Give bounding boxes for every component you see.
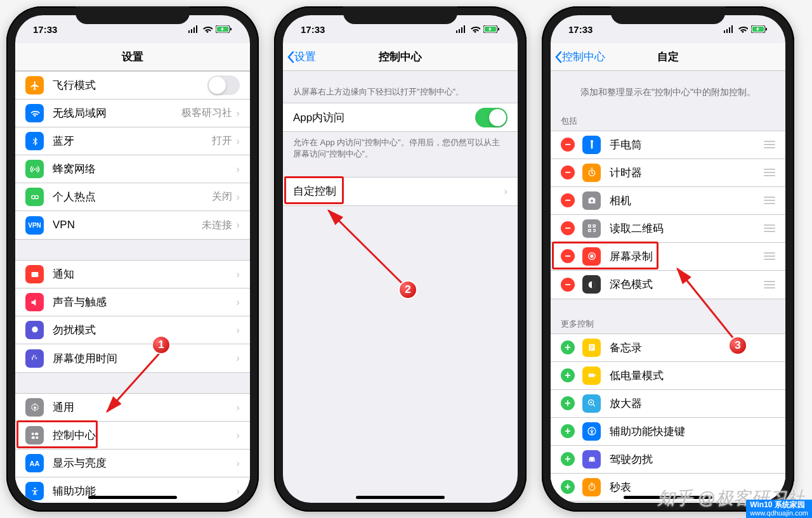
camera-icon (582, 191, 601, 210)
chevron-right-icon: › (236, 324, 240, 337)
remove-button[interactable]: − (561, 193, 575, 207)
add-button[interactable]: + (561, 424, 575, 438)
row-driving[interactable]: + 驾驶勿扰 (551, 446, 785, 474)
row-label: 自定控制 (293, 184, 504, 198)
group-header-include: 包括 (551, 112, 785, 131)
notes-icon (582, 339, 601, 357)
row-notifications[interactable]: 通知 › (15, 261, 250, 288)
add-button[interactable]: + (561, 368, 575, 382)
chevron-right-icon: › (236, 296, 240, 309)
row-label: 飞行模式 (53, 78, 207, 93)
phone-frame-1: 17:33 设置 飞行模式 无线局域网 极客研习社 (6, 6, 259, 512)
add-button[interactable]: + (561, 480, 575, 494)
svg-point-35 (591, 429, 593, 430)
drag-handle[interactable] (764, 197, 775, 204)
row-customize[interactable]: 自定控制 › (283, 178, 518, 205)
nav-back-label: 控制中心 (562, 49, 605, 64)
row-control-center[interactable]: 控制中心 › (15, 422, 250, 450)
remove-button[interactable]: − (561, 249, 575, 263)
nav-bar: 控制中心 自定 (551, 43, 785, 71)
row-timer[interactable]: − 计时器 (551, 159, 785, 187)
svg-rect-20 (498, 28, 499, 30)
remove-button[interactable]: − (561, 278, 575, 292)
svg-point-26 (591, 200, 593, 202)
remove-button[interactable]: − (561, 138, 575, 152)
drag-handle[interactable] (764, 141, 775, 148)
add-button[interactable]: + (561, 452, 575, 466)
svg-point-8 (31, 432, 34, 435)
row-screen-record[interactable]: − 屏幕录制 (551, 243, 785, 271)
add-button[interactable]: + (561, 396, 575, 410)
row-darkmode[interactable]: − 深色模式 (551, 271, 785, 299)
row-label: 相机 (610, 193, 764, 208)
chevron-right-icon: › (236, 191, 240, 204)
add-button[interactable]: + (561, 340, 575, 354)
notification-icon (25, 265, 44, 283)
row-airplane[interactable]: 飞行模式 (15, 72, 250, 100)
customize-content[interactable]: 添加和整理显示在"控制中心"中的附加控制。 包括 − 手电筒 − 计时器 − (551, 71, 785, 503)
row-label: 读取二维码 (610, 221, 764, 236)
group-header-more: 更多控制 (551, 314, 785, 333)
signal-icon (723, 25, 735, 33)
row-magnifier[interactable]: + 放大器 (551, 390, 785, 418)
screen-3: 17:33 控制中心 自定 添加和整理显示在"控制中心"中的附加控制。 包括 − (551, 15, 785, 503)
nav-title: 自定 (657, 49, 679, 64)
svg-point-37 (593, 460, 594, 461)
row-label: VPN (53, 219, 202, 231)
accessibility-icon (25, 482, 44, 500)
app-access-group: App内访问 (283, 103, 518, 132)
row-accessibility[interactable]: 辅助功能 › (15, 477, 250, 503)
row-dnd[interactable]: 勿扰模式 › (15, 316, 250, 344)
wifi-icon (202, 25, 213, 33)
home-indicator[interactable] (88, 496, 177, 499)
nav-back-button[interactable]: 控制中心 (554, 49, 605, 64)
row-hotspot[interactable]: 个人热点 关闭 › (15, 183, 250, 211)
notch (75, 6, 190, 24)
chevron-right-icon: › (236, 268, 240, 281)
remove-button[interactable]: − (561, 221, 575, 235)
row-app-access[interactable]: App内访问 (283, 103, 518, 131)
row-qr[interactable]: − 读取二维码 (551, 215, 785, 243)
row-label: 蜂窝网络 (53, 162, 236, 176)
drag-handle[interactable] (764, 224, 775, 232)
row-label: 计时器 (610, 165, 764, 180)
site-badge: Win10 系统家园 www.qdhuajin.com (746, 500, 812, 518)
darkmode-icon (582, 275, 601, 294)
vpn-icon: VPN (25, 216, 44, 235)
row-cellular[interactable]: 蜂窝网络 › (15, 155, 250, 183)
notch (343, 6, 457, 24)
row-camera[interactable]: − 相机 (551, 187, 785, 215)
drag-handle[interactable] (764, 252, 775, 260)
sound-icon (25, 293, 44, 311)
status-time: 17:33 (301, 24, 325, 35)
row-display[interactable]: AA 显示与亮度 › (15, 450, 250, 477)
control-center-icon (25, 426, 44, 444)
app-access-switch[interactable] (475, 108, 508, 127)
nav-back-button[interactable]: 设置 (287, 49, 316, 64)
row-notes[interactable]: + 备忘录 (551, 334, 785, 362)
svg-rect-32 (594, 375, 595, 377)
row-wifi[interactable]: 无线局域网 极客研习社 › (15, 100, 250, 127)
hint-text-2: 允许在 App 内访问"控制中心"。停用后，您仍然可以从主屏幕访问"控制中心"。 (283, 132, 518, 165)
svg-rect-24 (766, 28, 767, 30)
chevron-right-icon: › (504, 185, 508, 198)
row-bluetooth[interactable]: 蓝牙 打开 › (15, 127, 250, 155)
row-label: 勿扰模式 (53, 323, 236, 337)
row-sound[interactable]: 声音与触感 › (15, 288, 250, 316)
home-indicator[interactable] (356, 496, 445, 499)
row-flashlight[interactable]: − 手电筒 (551, 131, 785, 159)
svg-line-21 (329, 210, 403, 285)
airplane-switch[interactable] (207, 75, 240, 95)
arrow-2 (322, 205, 411, 291)
row-vpn[interactable]: VPN VPN 未连接 › (15, 211, 250, 239)
drag-handle[interactable] (764, 281, 775, 288)
row-accessibility-shortcut[interactable]: + 辅助功能快捷键 (551, 418, 785, 446)
row-lowpower[interactable]: + 低电量模式 (551, 362, 785, 390)
row-label: 驾驶勿扰 (610, 452, 775, 467)
row-label: App内访问 (293, 110, 475, 125)
drag-handle[interactable] (764, 169, 775, 176)
svg-point-28 (590, 254, 593, 257)
settings-content[interactable]: 飞行模式 无线局域网 极客研习社 › 蓝牙 打开 › 蜂窝网络 (15, 71, 250, 503)
svg-point-36 (589, 460, 591, 461)
remove-button[interactable]: − (561, 165, 575, 179)
